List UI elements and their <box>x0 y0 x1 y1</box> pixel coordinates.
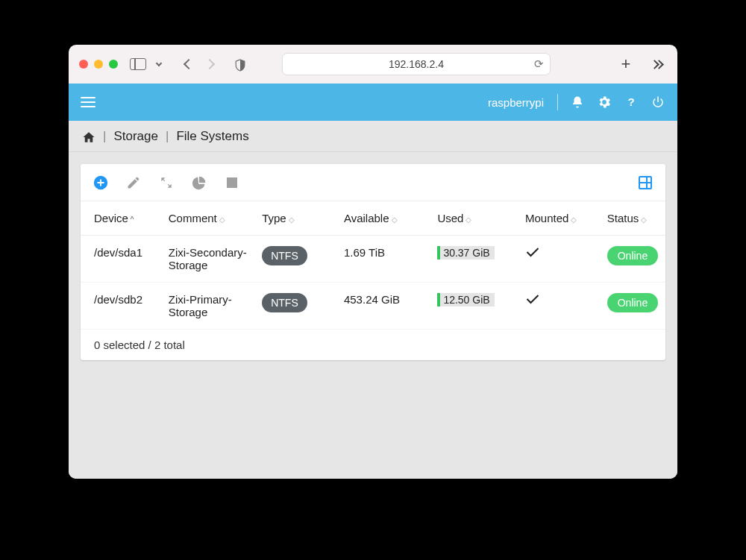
status-chip: Online <box>607 246 658 265</box>
cell-type: NTFS <box>256 236 338 283</box>
address-bar[interactable]: 192.168.2.4 ⟳ <box>282 53 551 75</box>
app-header: raspberrypi ? <box>69 84 677 121</box>
plus-circle-icon <box>93 174 109 191</box>
sidebar-toggle-button[interactable] <box>128 55 148 73</box>
table-header-row: Device^ Comment◇ Type◇ Available◇ Used◇ … <box>81 201 665 236</box>
sort-asc-icon: ^ <box>131 215 134 224</box>
col-comment[interactable]: Comment◇ <box>163 201 256 236</box>
col-used[interactable]: Used◇ <box>431 201 519 236</box>
grid-icon <box>639 176 652 189</box>
pencil-icon <box>126 175 141 190</box>
separator <box>557 94 558 110</box>
cell-mounted <box>519 236 601 283</box>
quota-button[interactable] <box>191 174 207 191</box>
cell-type: NTFS <box>256 283 338 330</box>
cell-mounted <box>519 283 601 330</box>
reload-icon[interactable]: ⟳ <box>534 57 544 71</box>
maximize-window-button[interactable] <box>109 60 118 69</box>
back-button[interactable] <box>179 55 198 73</box>
menu-button[interactable] <box>81 97 95 107</box>
edit-button[interactable] <box>125 174 142 191</box>
power-button[interactable] <box>651 95 665 110</box>
privacy-shield-button[interactable] <box>230 55 249 73</box>
status-chip: Online <box>607 293 658 312</box>
sort-icon: ◇ <box>466 215 470 224</box>
home-link[interactable] <box>82 130 95 142</box>
cell-device: /dev/sdb2 <box>81 283 163 330</box>
cell-available: 1.69 TiB <box>338 236 431 283</box>
forward-button[interactable] <box>200 55 219 73</box>
address-text: 192.168.2.4 <box>389 58 444 70</box>
breadcrumb-filesystems: File Systems <box>176 129 248 144</box>
help-button[interactable]: ? <box>624 95 639 110</box>
type-chip: NTFS <box>262 246 307 265</box>
overflow-button[interactable] <box>648 55 667 73</box>
cell-comment: Zixi-Secondary-Storage <box>163 236 256 283</box>
col-available[interactable]: Available◇ <box>338 201 431 236</box>
cell-device: /dev/sda1 <box>81 236 163 283</box>
shield-icon <box>235 59 244 70</box>
create-button[interactable] <box>93 174 109 191</box>
new-tab-button[interactable]: + <box>616 55 636 73</box>
breadcrumb-storage[interactable]: Storage <box>113 129 158 144</box>
table-footer: 0 selected / 2 total <box>81 330 665 360</box>
resize-button[interactable] <box>158 174 175 191</box>
double-chevron-icon <box>651 59 663 69</box>
sort-icon: ◇ <box>289 215 293 224</box>
breadcrumb-separator: | <box>166 129 169 144</box>
breadcrumb: | Storage | File Systems <box>69 121 677 152</box>
sidebar-toggle-group <box>128 55 169 73</box>
col-device[interactable]: Device^ <box>81 201 163 236</box>
power-icon <box>651 95 665 109</box>
sort-icon: ◇ <box>571 215 575 224</box>
breadcrumb-separator: | <box>103 129 106 144</box>
col-mounted[interactable]: Mounted◇ <box>519 201 601 236</box>
cell-used: 30.37 GiB <box>431 236 519 283</box>
used-bar: 12.50 GiB <box>437 293 494 306</box>
table-row[interactable]: /dev/sdb2 Zixi-Primary-Storage NTFS 453.… <box>81 283 665 330</box>
col-type[interactable]: Type◇ <box>256 201 338 236</box>
expand-icon <box>159 175 174 190</box>
table-row[interactable]: /dev/sda1 Zixi-Secondary-Storage NTFS 1.… <box>81 236 665 283</box>
used-bar: 30.37 GiB <box>437 246 494 259</box>
cell-status: Online <box>601 283 665 330</box>
browser-window: 192.168.2.4 ⟳ + raspberrypi <box>69 45 677 479</box>
window-controls <box>79 60 118 69</box>
filesystems-table: Device^ Comment◇ Type◇ Available◇ Used◇ … <box>81 201 665 330</box>
minimize-window-button[interactable] <box>94 60 103 69</box>
cell-available: 453.24 GiB <box>338 283 431 330</box>
stop-icon <box>227 177 237 188</box>
type-chip: NTFS <box>262 293 307 312</box>
columns-button[interactable] <box>637 174 653 191</box>
table-toolbar <box>81 164 665 201</box>
content-area: Device^ Comment◇ Type◇ Available◇ Used◇ … <box>69 152 677 479</box>
sort-icon: ◇ <box>392 215 396 224</box>
hostname-label: raspberrypi <box>488 96 544 109</box>
check-icon <box>525 248 540 260</box>
unmount-button[interactable] <box>224 174 240 191</box>
question-icon: ? <box>624 95 638 109</box>
cell-comment: Zixi-Primary-Storage <box>163 283 256 330</box>
selection-summary: 0 selected / 2 total <box>94 339 185 351</box>
pie-icon <box>192 175 207 190</box>
sidebar-dropdown-button[interactable] <box>149 55 169 73</box>
cell-status: Online <box>601 236 665 283</box>
settings-button[interactable] <box>597 95 612 110</box>
cell-used: 12.50 GiB <box>431 283 519 330</box>
notifications-button[interactable] <box>570 95 585 110</box>
sort-icon: ◇ <box>219 215 224 224</box>
filesystems-card: Device^ Comment◇ Type◇ Available◇ Used◇ … <box>81 164 665 360</box>
gear-icon <box>597 95 612 110</box>
sort-icon: ◇ <box>641 215 645 224</box>
check-icon <box>525 295 540 307</box>
nav-buttons <box>179 55 219 73</box>
browser-titlebar: 192.168.2.4 ⟳ + <box>69 45 677 84</box>
plus-icon: + <box>621 54 631 74</box>
home-icon <box>82 130 95 144</box>
svg-text:?: ? <box>628 95 635 108</box>
col-status[interactable]: Status◇ <box>601 201 665 236</box>
close-window-button[interactable] <box>79 60 88 69</box>
bell-icon <box>571 95 584 109</box>
